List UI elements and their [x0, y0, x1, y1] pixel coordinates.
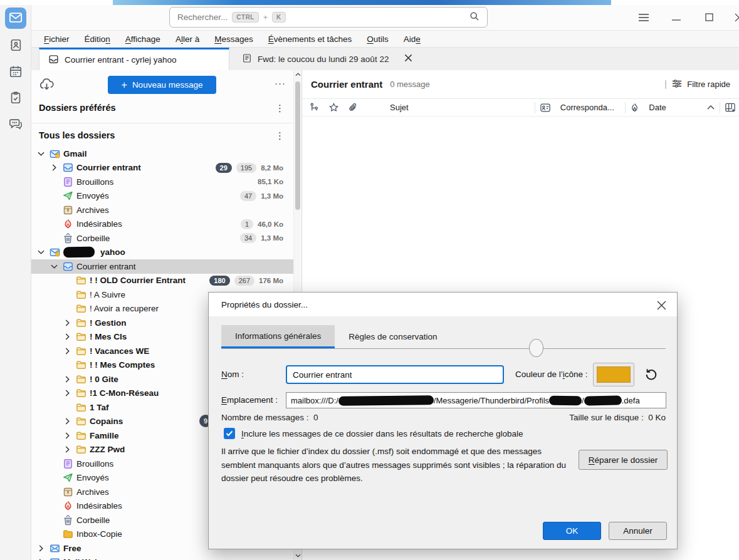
kbd-k: K [272, 12, 286, 23]
repair-folder-button[interactable]: Réparer le dossier [579, 450, 668, 470]
reset-icon [644, 368, 658, 383]
thunderbird-window: Rechercher... CTRL + K FichierÉditionAff… [0, 0, 739, 560]
chevron-right-icon[interactable] [63, 431, 72, 440]
scrollbar-thumb[interactable] [295, 81, 300, 210]
menu-vnementsettches[interactable]: Évènements et tâches [262, 33, 359, 46]
chevron-right-icon[interactable] [36, 557, 46, 560]
new-message-button[interactable]: + Nouveau message [108, 76, 216, 94]
favorites-kebab-icon[interactable]: ⋮ [275, 103, 285, 114]
address-book-icon [9, 38, 23, 54]
folder-row-envoy-s[interactable]: Envoyés471,3 Mo [31, 189, 293, 204]
chevron-down-icon[interactable] [50, 262, 59, 271]
menu-messages[interactable]: Messages [208, 33, 259, 46]
menu-outils[interactable]: Outils [360, 33, 395, 46]
tab-general-info[interactable]: Informations générales [221, 325, 335, 348]
tasks-space-button[interactable] [5, 88, 26, 109]
chat-space-button[interactable] [5, 114, 26, 135]
chevron-right-icon[interactable] [63, 388, 72, 398]
close-window-button[interactable] [731, 11, 739, 25]
scroll-down-icon[interactable] [294, 551, 301, 560]
calendar-space-button[interactable] [5, 61, 26, 83]
minimize-button[interactable] [669, 11, 684, 25]
chevron-right-icon[interactable] [63, 375, 72, 384]
date-column-header[interactable]: Date [644, 103, 702, 112]
folder-row-brouillons[interactable]: Brouillons85,1 Ko [31, 175, 293, 189]
subject-column-header[interactable]: Sujet [362, 103, 535, 112]
tab-close-icon[interactable] [404, 54, 412, 64]
addressbook-space-button[interactable] [5, 35, 26, 56]
settings-button[interactable] [6, 531, 25, 550]
tab-bar: Courrier entrant - cyrlej yahoo Fwd: le … [31, 48, 739, 70]
folder-label: ! ! Mes Comptes [90, 360, 155, 370]
menu-aller[interactable]: Aller à [169, 33, 206, 46]
column-header-row: Sujet Corresponda... Date [302, 99, 739, 117]
tab-retention-rules[interactable]: Règles de conservation [335, 325, 451, 348]
chevron-right-icon[interactable] [63, 332, 72, 341]
quick-filter-toggle[interactable]: Filtre rapide [664, 79, 730, 90]
attachment-column-button[interactable] [343, 103, 362, 112]
chevron-right-icon[interactable] [63, 318, 72, 328]
chevron-right-icon[interactable] [63, 445, 72, 454]
folder-location-input[interactable]: mailbox:///D:/ /Messagerie/Thunderbird/P… [286, 392, 666, 408]
global-search-input[interactable]: Rechercher... CTRL + K [169, 7, 488, 28]
dialog-close-button[interactable] [653, 298, 669, 313]
get-messages-icon[interactable] [39, 77, 55, 95]
junk-icon [62, 500, 73, 512]
chevron-right-icon[interactable] [63, 417, 72, 426]
date-label: Date [649, 103, 666, 112]
folder-row-courrier-entrant[interactable]: Courrier entrant [31, 259, 293, 274]
folder-row-archives[interactable]: Archives [31, 203, 293, 217]
folder-label: !1 C-Mon-Réseau [90, 388, 159, 398]
folder-row-corbeille[interactable]: Corbeille341,3 Mo [31, 231, 293, 246]
chevron-spacer [50, 205, 59, 215]
chevron-right-icon[interactable] [36, 544, 46, 553]
folder-icon [75, 289, 86, 300]
folder-row-old-courrier-entrant[interactable]: ! ! OLD Courrier Entrant180267176 Mo [31, 274, 293, 288]
thread-column-button[interactable] [302, 103, 324, 112]
icon-color-button[interactable] [593, 363, 634, 386]
cancel-button[interactable]: Annuler [609, 522, 667, 540]
column-picker-button[interactable] [720, 103, 739, 112]
app-menu-button[interactable] [636, 11, 651, 25]
scroll-up-icon[interactable] [294, 70, 301, 79]
chevron-down-icon[interactable] [36, 149, 46, 158]
folder-row-courrier-entrant[interactable]: Courrier entrant291958,2 Mo [31, 161, 293, 175]
folder-pane-options-icon[interactable]: ··· [275, 78, 286, 88]
chevron-right-icon[interactable] [63, 346, 72, 356]
total-badge: 195 [236, 163, 256, 173]
maximize-button[interactable] [701, 11, 716, 25]
include-global-search-checkbox[interactable] [224, 428, 235, 439]
chat-icon [9, 117, 23, 133]
inbox-icon [62, 162, 73, 174]
star-column-button[interactable] [324, 103, 343, 112]
folder-row-yahoo[interactable]: yahoo [31, 246, 293, 260]
plus-icon: + [122, 80, 127, 91]
folder-name-input[interactable] [286, 365, 504, 384]
chevron-right-icon[interactable] [50, 163, 59, 172]
tab-message[interactable]: Fwd: le coucou du lundi 29 août 22 [233, 48, 421, 70]
mail-space-button[interactable] [5, 8, 26, 29]
correspondents-column-header[interactable]: Corresponda... [555, 103, 626, 112]
menu-affichage[interactable]: Affichage [119, 33, 167, 46]
quick-filter-icon [672, 79, 682, 90]
menu-dition[interactable]: Édition [78, 33, 117, 46]
tab-inbox[interactable]: Courrier entrant - cyrlej yahoo [39, 48, 229, 70]
folder-row-ind-sirables[interactable]: Indésirables146,0 Ko [31, 217, 293, 232]
folder-row-mail-web[interactable]: Mail Web [31, 556, 293, 560]
correspondents-icon-button[interactable] [535, 103, 555, 112]
tab-label: Courrier entrant - cyrlej yahoo [65, 55, 177, 65]
chevron-down-icon[interactable] [36, 247, 46, 257]
menubar: FichierÉditionAffichageAller àMessagesÉv… [31, 31, 739, 48]
menu-fichier[interactable]: Fichier [38, 33, 76, 46]
ok-button[interactable]: OK [543, 522, 601, 540]
disk-size-value: 0 Ko [648, 413, 666, 422]
reset-color-button[interactable] [642, 366, 660, 384]
folder-row-gmail[interactable]: Gmail [31, 147, 293, 161]
menu-aide[interactable]: Aide [397, 33, 427, 46]
folder-label: ! ! OLD Courrier Entrant [90, 276, 186, 285]
junk-status-column-button[interactable] [626, 103, 644, 112]
folder-label: Gmail [63, 149, 87, 158]
icon-color-swatch [597, 366, 631, 383]
all-folders-kebab-icon[interactable]: ⋮ [275, 130, 285, 142]
archive-icon [62, 486, 73, 497]
